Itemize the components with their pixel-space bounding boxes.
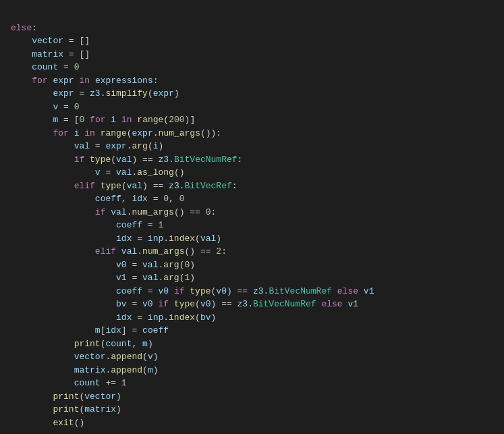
var-v0-1: v0 [116, 260, 127, 270]
var-vector: vector [32, 36, 63, 46]
var-coeff-2: coeff [116, 220, 142, 230]
var-count-inc: count [74, 378, 101, 388]
code-block: else: vector = [] matrix = [] count = 0 … [0, 5, 504, 434]
keyword-for-2: for [53, 128, 68, 138]
fn-print-vector: print [53, 391, 79, 402]
var-coeff-1: coeff [95, 194, 121, 204]
var-vector-append: vector [74, 352, 106, 362]
keyword-if-2: if [95, 207, 106, 217]
var-m-idx: m [95, 325, 101, 335]
var-matrix: matrix [32, 49, 63, 59]
var-coeff-3: coeff [116, 286, 142, 296]
var-idx-2: idx [116, 313, 132, 323]
keyword-for-1: for [32, 76, 47, 86]
keyword-elif-1: elif [74, 181, 95, 191]
var-count: count [32, 62, 58, 72]
var-bv-1: bv [116, 299, 127, 309]
var-val-1: val [74, 141, 90, 151]
var-matrix-append: matrix [74, 365, 106, 375]
var-v-2: v [95, 167, 101, 178]
var-expr-1: expr [53, 88, 74, 99]
keyword-else: else [11, 23, 32, 33]
keyword-elif-2: elif [95, 246, 116, 256]
fn-print-1: print [74, 339, 101, 349]
fn-exit: exit [53, 418, 74, 428]
keyword-if-1: if [74, 155, 85, 165]
var-v1-1: v1 [116, 273, 127, 283]
var-idx-1: idx [116, 234, 132, 244]
fn-print-matrix: print [53, 404, 79, 414]
